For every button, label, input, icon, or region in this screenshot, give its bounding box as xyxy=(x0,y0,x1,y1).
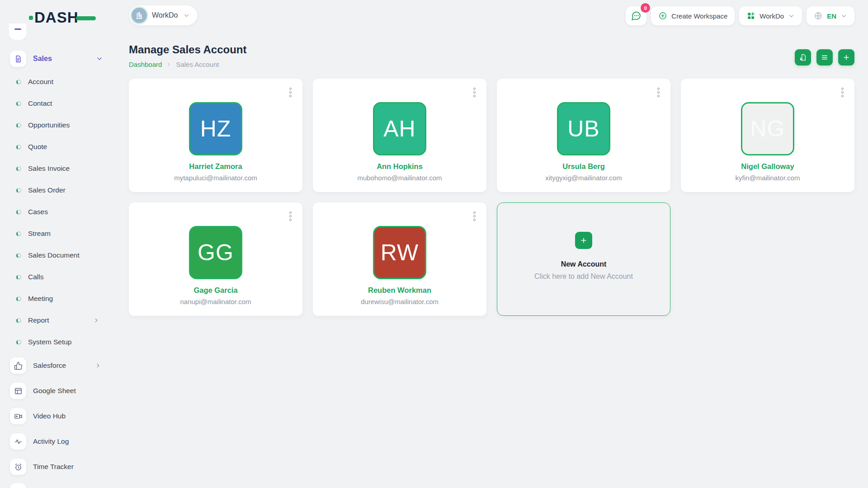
kebab-menu-icon[interactable] xyxy=(840,86,845,99)
circle-bullet-icon xyxy=(16,275,21,280)
sidebar-tools: Salesforce Google Sheet Video Hub Activi… xyxy=(0,353,113,479)
account-name-link[interactable]: Harriet Zamora xyxy=(189,162,242,171)
workspace-label: WorkDo xyxy=(152,11,178,19)
sidebar-item-activity-log[interactable]: Activity Log xyxy=(0,429,113,454)
circle-bullet-icon xyxy=(16,188,21,193)
account-name-link[interactable]: Nigel Galloway xyxy=(741,162,794,171)
circle-bullet-icon xyxy=(16,145,21,150)
sidebar-item-label: Opportunities xyxy=(28,121,113,129)
kebab-menu-icon[interactable] xyxy=(472,86,477,99)
chevron-down-icon xyxy=(840,13,847,19)
sidebar-item-label: Sales Invoice xyxy=(28,164,113,173)
add-account-button[interactable] xyxy=(838,49,854,66)
sidebar-item-system-setup[interactable]: System Setup xyxy=(0,331,113,353)
minus-icon xyxy=(14,28,21,30)
account-avatar: AH xyxy=(373,102,426,155)
table-icon xyxy=(14,387,23,395)
app-root: DASH WorkDo 0 Create Workspace WorkDo xyxy=(0,0,868,488)
sidebar-item-cases[interactable]: Cases xyxy=(0,201,113,223)
sidebar-item-label: Cases xyxy=(28,208,113,216)
add-account-plus-button[interactable] xyxy=(575,232,592,249)
account-email: xitygyxig@mailinator.com xyxy=(545,174,622,182)
sidebar-item-salesforce[interactable]: Salesforce xyxy=(0,353,113,378)
circle-bullet-icon xyxy=(16,123,21,128)
sidebar-item-label: Video Hub xyxy=(33,412,113,420)
breadcrumb-dashboard-link[interactable]: Dashboard xyxy=(129,61,162,68)
topbar: DASH WorkDo 0 Create Workspace WorkDo xyxy=(0,0,868,33)
alarm-clock-icon xyxy=(14,463,23,471)
sidebar-item-label: Salesforce xyxy=(33,361,88,370)
list-view-button[interactable] xyxy=(816,49,833,66)
sidebar-item-contact[interactable]: Contact xyxy=(0,93,113,114)
sidebar-item-report[interactable]: Report xyxy=(0,310,113,331)
circle-bullet-icon xyxy=(16,253,21,258)
new-account-title: New Account xyxy=(561,260,607,268)
sidebar-item-time-tracker[interactable]: Time Tracker xyxy=(0,454,113,479)
language-label: EN xyxy=(827,12,836,20)
sidebar-sales-label: Sales xyxy=(33,55,89,63)
sidebar-item-video-hub[interactable]: Video Hub xyxy=(0,404,113,429)
account-email: durewisu@mailinator.com xyxy=(361,298,439,305)
sidebar-item-quote[interactable]: Quote xyxy=(0,136,113,158)
sidebar-item-label: Quote xyxy=(28,143,113,151)
account-name-link[interactable]: Gage Garcia xyxy=(193,286,237,295)
sidebar-item-sales-document[interactable]: Sales Document xyxy=(0,244,113,266)
kebab-menu-icon[interactable] xyxy=(656,86,661,99)
file-export-icon xyxy=(799,53,807,61)
sidebar-item-partial-top[interactable] xyxy=(9,23,26,40)
video-camera-icon xyxy=(14,412,23,421)
workdo-menu-label: WorkDo xyxy=(760,12,784,20)
export-button[interactable] xyxy=(795,49,811,66)
workspace-switcher[interactable]: WorkDo xyxy=(129,5,197,25)
account-name-link[interactable]: Ursula Berg xyxy=(562,162,605,171)
account-card: GG Gage Garcia nanupi@mailinator.com xyxy=(129,202,302,316)
sidebar-item-label: Google Sheet xyxy=(33,387,113,395)
sidebar-item-partial-bottom[interactable] xyxy=(10,483,26,488)
create-workspace-button[interactable]: Create Workspace xyxy=(651,6,735,25)
sidebar-item-label: System Setup xyxy=(28,338,113,346)
notification-badge: 0 xyxy=(641,3,650,13)
sidebar-item-label: Sales Document xyxy=(28,251,113,259)
sidebar-item-label: Time Tracker xyxy=(33,463,113,471)
kebab-menu-icon[interactable] xyxy=(288,210,293,223)
grid-plus-icon xyxy=(746,11,755,20)
sidebar-item-stream[interactable]: Stream xyxy=(0,223,113,244)
circle-bullet-icon xyxy=(16,166,21,171)
account-name-link[interactable]: Ann Hopkins xyxy=(377,162,423,171)
google-sheet-icon-box xyxy=(10,383,26,399)
globe-icon xyxy=(814,11,823,20)
sidebar-item-sales[interactable]: Sales xyxy=(10,51,103,67)
sidebar-item-google-sheet[interactable]: Google Sheet xyxy=(0,378,113,404)
sidebar-item-label: Report xyxy=(28,316,86,324)
thumbs-up-icon xyxy=(14,361,23,370)
circle-bullet-icon xyxy=(16,231,21,236)
sidebar-item-sales-order[interactable]: Sales Order xyxy=(0,179,113,201)
sidebar-item-meeting[interactable]: Meeting xyxy=(0,288,113,310)
account-email: mubohomo@mailinator.com xyxy=(358,174,442,182)
sidebar-item-label: Activity Log xyxy=(33,437,113,446)
sidebar-item-calls[interactable]: Calls xyxy=(0,266,113,288)
account-name-link[interactable]: Reuben Workman xyxy=(368,286,431,295)
sidebar-item-label: Contact xyxy=(28,99,113,108)
new-account-card[interactable]: New Account Click here to add New Accoun… xyxy=(497,202,670,316)
sidebar: Sales Account Contact Opportunities Quot… xyxy=(0,0,113,488)
workdo-app-menu[interactable]: WorkDo xyxy=(739,6,802,25)
account-card: RW Reuben Workman durewisu@mailinator.co… xyxy=(313,202,486,316)
activity-pulse-icon xyxy=(14,437,23,446)
breadcrumb: Dashboard Sales Account xyxy=(129,61,219,68)
sidebar-item-account[interactable]: Account xyxy=(0,71,113,93)
language-selector[interactable]: EN xyxy=(807,6,854,25)
accounts-grid: HZ Harriet Zamora mytapuluci@mailinator.… xyxy=(129,79,854,316)
sidebar-item-opportunities[interactable]: Opportunities xyxy=(0,114,113,136)
account-card: AH Ann Hopkins mubohomo@mailinator.com xyxy=(313,79,486,192)
sales-icon-box xyxy=(10,51,26,67)
card-toolbar xyxy=(795,49,854,66)
messages-button[interactable]: 0 xyxy=(626,6,646,25)
circle-bullet-icon xyxy=(16,101,21,106)
plus-icon xyxy=(580,236,588,244)
kebab-menu-icon[interactable] xyxy=(472,210,477,223)
sidebar-item-label: Account xyxy=(28,78,113,86)
kebab-menu-icon[interactable] xyxy=(288,86,293,99)
chevron-right-icon xyxy=(93,317,99,324)
sidebar-item-sales-invoice[interactable]: Sales Invoice xyxy=(0,158,113,179)
